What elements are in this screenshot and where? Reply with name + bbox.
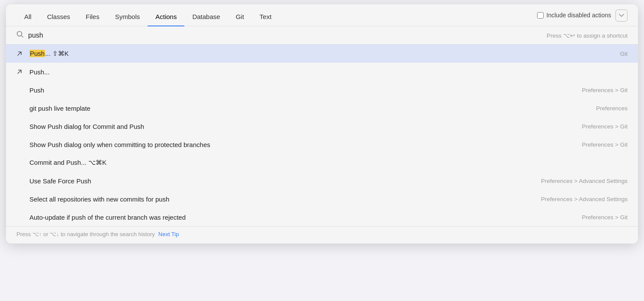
svg-line-1 [21,35,23,37]
result-text-show-push-protected: Show Push dialog only when committing to… [29,141,575,148]
include-disabled-checkbox[interactable] [537,12,544,19]
result-text-select-all-repos: Select all repositories with new commits… [29,195,534,203]
match-highlight: Push [29,50,45,57]
next-tip-link[interactable]: Next Tip [158,231,179,237]
result-item-safe-force-push[interactable]: Use Safe Force Push Preferences > Advanc… [6,172,638,190]
tab-files[interactable]: Files [78,9,107,26]
result-text-git-push-live: git push live template [29,105,589,112]
result-text-push-shortcut: Push... ⇧⌘K [29,50,613,58]
result-category-git-push-live: Preferences [596,105,628,112]
result-category-select-all-repos: Preferences > Advanced Settings [541,196,628,202]
tab-text[interactable]: Text [252,9,280,26]
result-item-select-all-repos[interactable]: Select all repositories with new commits… [6,190,638,208]
search-icon [16,31,24,40]
tab-all[interactable]: All [16,9,39,26]
tab-classes[interactable]: Classes [39,9,78,26]
result-text-commit-push: Commit and Push... ⌥⌘K [29,159,621,167]
tab-database[interactable]: Database [184,9,228,26]
result-item-commit-push[interactable]: Commit and Push... ⌥⌘K [6,154,638,172]
collapse-icon [618,13,625,19]
result-category-auto-update: Preferences > Git [582,214,628,221]
result-text-auto-update: Auto-update if push of the current branc… [29,214,575,221]
shortcut-hint: Press ⌥↩ to assign a shortcut [547,32,628,39]
result-text-show-push-commit: Show Push dialog for Commit and Push [29,123,575,130]
result-item-auto-update[interactable]: Auto-update if push of the current branc… [6,208,638,226]
result-item-show-push-commit[interactable]: Show Push dialog for Commit and Push Pre… [6,117,638,135]
result-text-safe-force-push: Use Safe Force Push [29,177,534,185]
tab-bar: All Classes Files Symbols Actions Databa… [6,4,638,26]
result-item-show-push-protected[interactable]: Show Push dialog only when committing to… [6,135,638,154]
result-item-push-ellipsis[interactable]: Push... [6,63,638,81]
result-text-push-ellipsis: Push... [29,68,621,76]
include-disabled-text: Include disabled actions [547,12,611,19]
result-category-push: Preferences > Git [582,87,628,93]
result-category-show-push-protected: Preferences > Git [582,141,628,148]
tab-git[interactable]: Git [228,9,252,26]
result-item-push[interactable]: Push Preferences > Git [6,81,638,99]
footer: Press ⌥↑ or ⌥↓ to navigate through the s… [6,226,638,243]
tab-symbols[interactable]: Symbols [107,9,148,26]
result-category-safe-force-push: Preferences > Advanced Settings [541,178,628,184]
arrow-icon-2 [16,69,26,75]
include-disabled-label[interactable]: Include disabled actions [537,12,611,23]
result-category-push-shortcut: Git [620,51,628,57]
results-list: Push... ⇧⌘K Git Push... Push Preferences… [6,45,638,226]
collapse-button[interactable] [615,10,628,22]
result-text-push: Push [29,86,575,94]
search-dialog: All Classes Files Symbols Actions Databa… [6,4,638,243]
tab-actions[interactable]: Actions [148,9,184,26]
footer-hint: Press ⌥↑ or ⌥↓ to navigate through the s… [16,231,155,237]
result-category-show-push-commit: Preferences > Git [582,123,628,130]
result-item-push-shortcut[interactable]: Push... ⇧⌘K Git [6,45,638,63]
arrow-icon [16,51,26,57]
result-item-git-push-live[interactable]: git push live template Preferences [6,99,638,117]
search-input[interactable] [28,32,547,39]
search-bar: Press ⌥↩ to assign a shortcut [6,26,638,45]
